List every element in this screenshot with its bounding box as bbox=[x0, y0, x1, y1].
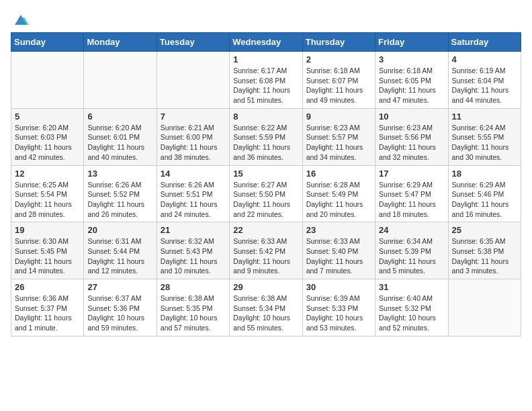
logo-icon bbox=[11, 11, 31, 27]
day-info: Sunrise: 6:38 AM Sunset: 5:35 PM Dayligh… bbox=[161, 293, 226, 333]
day-info: Sunrise: 6:20 AM Sunset: 6:03 PM Dayligh… bbox=[15, 123, 80, 163]
calendar-cell: 25Sunrise: 6:35 AM Sunset: 5:38 PM Dayli… bbox=[448, 222, 521, 279]
calendar-cell: 13Sunrise: 6:26 AM Sunset: 5:52 PM Dayli… bbox=[84, 165, 157, 222]
day-number: 29 bbox=[233, 282, 298, 292]
day-number: 13 bbox=[87, 169, 152, 179]
day-info: Sunrise: 6:33 AM Sunset: 5:40 PM Dayligh… bbox=[306, 236, 371, 276]
day-number: 28 bbox=[161, 282, 226, 292]
calendar-cell: 21Sunrise: 6:32 AM Sunset: 5:43 PM Dayli… bbox=[157, 222, 229, 279]
day-number: 4 bbox=[452, 54, 517, 64]
day-number: 31 bbox=[379, 282, 444, 292]
calendar-cell bbox=[157, 52, 229, 109]
calendar-cell bbox=[11, 52, 84, 109]
calendar-cell: 18Sunrise: 6:29 AM Sunset: 5:46 PM Dayli… bbox=[448, 165, 521, 222]
calendar-cell: 8Sunrise: 6:22 AM Sunset: 5:59 PM Daylig… bbox=[230, 108, 302, 165]
day-info: Sunrise: 6:32 AM Sunset: 5:43 PM Dayligh… bbox=[161, 236, 226, 276]
calendar-cell: 14Sunrise: 6:26 AM Sunset: 5:51 PM Dayli… bbox=[157, 165, 229, 222]
day-number: 6 bbox=[87, 111, 152, 122]
weekday-header: Thursday bbox=[302, 33, 375, 52]
day-info: Sunrise: 6:21 AM Sunset: 6:00 PM Dayligh… bbox=[161, 123, 226, 163]
day-number: 21 bbox=[161, 225, 226, 235]
day-info: Sunrise: 6:39 AM Sunset: 5:33 PM Dayligh… bbox=[306, 293, 371, 333]
day-info: Sunrise: 6:37 AM Sunset: 5:36 PM Dayligh… bbox=[87, 293, 152, 333]
calendar-cell bbox=[84, 52, 157, 109]
calendar-cell: 3Sunrise: 6:18 AM Sunset: 6:05 PM Daylig… bbox=[375, 52, 448, 109]
weekday-header: Friday bbox=[375, 33, 448, 52]
calendar-cell: 11Sunrise: 6:24 AM Sunset: 5:55 PM Dayli… bbox=[448, 108, 521, 165]
calendar-week-row: 26Sunrise: 6:36 AM Sunset: 5:37 PM Dayli… bbox=[11, 279, 521, 336]
calendar-cell bbox=[448, 279, 521, 336]
calendar-cell: 6Sunrise: 6:20 AM Sunset: 6:01 PM Daylig… bbox=[84, 108, 157, 165]
day-info: Sunrise: 6:18 AM Sunset: 6:07 PM Dayligh… bbox=[306, 66, 371, 105]
day-info: Sunrise: 6:38 AM Sunset: 5:34 PM Dayligh… bbox=[233, 293, 298, 333]
day-info: Sunrise: 6:26 AM Sunset: 5:51 PM Dayligh… bbox=[161, 180, 226, 220]
calendar-cell: 17Sunrise: 6:29 AM Sunset: 5:47 PM Dayli… bbox=[375, 165, 448, 222]
day-number: 19 bbox=[15, 225, 80, 235]
day-number: 23 bbox=[306, 225, 371, 235]
calendar-cell: 23Sunrise: 6:33 AM Sunset: 5:40 PM Dayli… bbox=[302, 222, 375, 279]
day-info: Sunrise: 6:23 AM Sunset: 5:57 PM Dayligh… bbox=[306, 123, 371, 163]
day-number: 15 bbox=[233, 169, 298, 179]
day-number: 18 bbox=[452, 169, 517, 179]
calendar-cell: 19Sunrise: 6:30 AM Sunset: 5:45 PM Dayli… bbox=[11, 222, 84, 279]
day-info: Sunrise: 6:28 AM Sunset: 5:49 PM Dayligh… bbox=[306, 180, 371, 220]
day-info: Sunrise: 6:17 AM Sunset: 6:08 PM Dayligh… bbox=[233, 66, 298, 105]
day-number: 9 bbox=[306, 111, 371, 122]
day-number: 25 bbox=[452, 225, 517, 235]
day-number: 1 bbox=[233, 54, 298, 64]
day-number: 14 bbox=[161, 169, 226, 179]
day-info: Sunrise: 6:23 AM Sunset: 5:56 PM Dayligh… bbox=[379, 123, 444, 163]
logo bbox=[11, 11, 34, 27]
day-info: Sunrise: 6:31 AM Sunset: 5:44 PM Dayligh… bbox=[87, 236, 152, 276]
day-number: 22 bbox=[233, 225, 298, 235]
calendar-cell: 29Sunrise: 6:38 AM Sunset: 5:34 PM Dayli… bbox=[230, 279, 302, 336]
day-info: Sunrise: 6:29 AM Sunset: 5:47 PM Dayligh… bbox=[379, 180, 444, 220]
weekday-header: Monday bbox=[84, 33, 157, 52]
day-info: Sunrise: 6:18 AM Sunset: 6:05 PM Dayligh… bbox=[379, 66, 444, 105]
weekday-header: Tuesday bbox=[157, 33, 229, 52]
calendar-cell: 12Sunrise: 6:25 AM Sunset: 5:54 PM Dayli… bbox=[11, 165, 84, 222]
calendar-cell: 4Sunrise: 6:19 AM Sunset: 6:04 PM Daylig… bbox=[448, 52, 521, 109]
day-info: Sunrise: 6:25 AM Sunset: 5:54 PM Dayligh… bbox=[15, 180, 80, 220]
calendar-cell: 15Sunrise: 6:27 AM Sunset: 5:50 PM Dayli… bbox=[230, 165, 302, 222]
calendar-cell: 27Sunrise: 6:37 AM Sunset: 5:36 PM Dayli… bbox=[84, 279, 157, 336]
day-info: Sunrise: 6:34 AM Sunset: 5:39 PM Dayligh… bbox=[379, 236, 444, 276]
day-info: Sunrise: 6:33 AM Sunset: 5:42 PM Dayligh… bbox=[233, 236, 298, 276]
calendar-cell: 30Sunrise: 6:39 AM Sunset: 5:33 PM Dayli… bbox=[302, 279, 375, 336]
day-info: Sunrise: 6:40 AM Sunset: 5:32 PM Dayligh… bbox=[379, 293, 444, 333]
calendar-cell: 31Sunrise: 6:40 AM Sunset: 5:32 PM Dayli… bbox=[375, 279, 448, 336]
day-info: Sunrise: 6:30 AM Sunset: 5:45 PM Dayligh… bbox=[15, 236, 80, 276]
day-info: Sunrise: 6:29 AM Sunset: 5:46 PM Dayligh… bbox=[452, 180, 517, 220]
calendar-cell: 9Sunrise: 6:23 AM Sunset: 5:57 PM Daylig… bbox=[302, 108, 375, 165]
calendar-cell: 28Sunrise: 6:38 AM Sunset: 5:35 PM Dayli… bbox=[157, 279, 229, 336]
calendar-cell: 7Sunrise: 6:21 AM Sunset: 6:00 PM Daylig… bbox=[157, 108, 229, 165]
calendar-cell: 10Sunrise: 6:23 AM Sunset: 5:56 PM Dayli… bbox=[375, 108, 448, 165]
day-number: 12 bbox=[15, 169, 80, 179]
day-info: Sunrise: 6:24 AM Sunset: 5:55 PM Dayligh… bbox=[452, 123, 517, 163]
day-number: 11 bbox=[452, 111, 517, 122]
day-number: 16 bbox=[306, 169, 371, 179]
calendar-cell: 2Sunrise: 6:18 AM Sunset: 6:07 PM Daylig… bbox=[302, 52, 375, 109]
weekday-header: Saturday bbox=[448, 33, 521, 52]
calendar-cell: 16Sunrise: 6:28 AM Sunset: 5:49 PM Dayli… bbox=[302, 165, 375, 222]
day-number: 3 bbox=[379, 54, 444, 64]
day-number: 10 bbox=[379, 111, 444, 122]
day-number: 7 bbox=[161, 111, 226, 122]
day-info: Sunrise: 6:20 AM Sunset: 6:01 PM Dayligh… bbox=[87, 123, 152, 163]
weekday-header: Wednesday bbox=[230, 33, 302, 52]
calendar-cell: 20Sunrise: 6:31 AM Sunset: 5:44 PM Dayli… bbox=[84, 222, 157, 279]
day-number: 20 bbox=[87, 225, 152, 235]
calendar-cell: 24Sunrise: 6:34 AM Sunset: 5:39 PM Dayli… bbox=[375, 222, 448, 279]
day-info: Sunrise: 6:27 AM Sunset: 5:50 PM Dayligh… bbox=[233, 180, 298, 220]
calendar-week-row: 12Sunrise: 6:25 AM Sunset: 5:54 PM Dayli… bbox=[11, 165, 521, 222]
day-number: 27 bbox=[87, 282, 152, 292]
weekday-header: Sunday bbox=[11, 33, 84, 52]
calendar-table: SundayMondayTuesdayWednesdayThursdayFrid… bbox=[11, 32, 521, 336]
calendar-cell: 5Sunrise: 6:20 AM Sunset: 6:03 PM Daylig… bbox=[11, 108, 84, 165]
calendar-cell: 22Sunrise: 6:33 AM Sunset: 5:42 PM Dayli… bbox=[230, 222, 302, 279]
day-info: Sunrise: 6:35 AM Sunset: 5:38 PM Dayligh… bbox=[452, 236, 517, 276]
day-info: Sunrise: 6:22 AM Sunset: 5:59 PM Dayligh… bbox=[233, 123, 298, 163]
day-number: 30 bbox=[306, 282, 371, 292]
day-number: 24 bbox=[379, 225, 444, 235]
day-number: 8 bbox=[233, 111, 298, 122]
